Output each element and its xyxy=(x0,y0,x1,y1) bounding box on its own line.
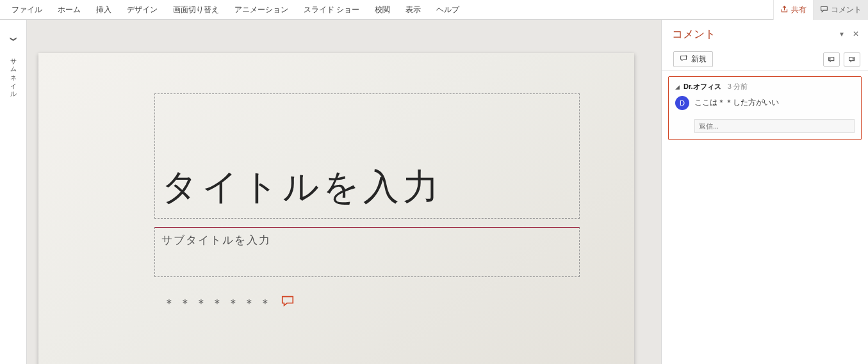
comments-pane: コメント ▾ ✕ 新規 xyxy=(661,20,868,364)
tab-slideshow[interactable]: スライド ショー xyxy=(296,0,367,20)
ribbon-right: 共有 コメント xyxy=(773,0,868,20)
tab-review[interactable]: 校閲 xyxy=(367,0,398,20)
prev-comment-button[interactable] xyxy=(823,52,840,67)
slide-subtitle-placeholder[interactable]: サブタイトルを入力 xyxy=(154,227,580,277)
slide-body-text[interactable]: ＊＊＊＊＊＊＊ xyxy=(163,294,295,312)
work-area: ❯ サムネイル タイトルを入力 サブタイトルを入力 ＊＊＊＊＊＊＊ コメント xyxy=(0,20,868,364)
thumbnail-expand-button[interactable]: ❯ xyxy=(10,36,17,42)
comment-collapse-toggle[interactable]: ◢ xyxy=(675,84,680,90)
comments-pane-header-controls: ▾ ✕ xyxy=(840,29,859,38)
tab-view[interactable]: 表示 xyxy=(398,0,429,20)
comment-toggle-button[interactable]: コメント xyxy=(813,0,868,20)
slide-body-stars: ＊＊＊＊＊＊＊ xyxy=(163,296,275,311)
share-button[interactable]: 共有 xyxy=(773,0,813,20)
ribbon-menubar: ファイル ホーム 挿入 デザイン 画面切り替え アニメーション スライド ショー… xyxy=(0,0,868,20)
share-icon xyxy=(780,5,789,15)
new-comment-label: 新規 xyxy=(691,54,707,65)
comments-list: ◢ Dr.オフィス 3 分前 D ここは＊＊した方がいい xyxy=(662,71,868,145)
comment-toggle-label: コメント xyxy=(831,4,862,15)
comment-body: D ここは＊＊した方がいい xyxy=(675,96,855,110)
ribbon-tabs: ファイル ホーム 挿入 デザイン 画面切り替え アニメーション スライド ショー… xyxy=(4,0,467,20)
comments-pane-close-button[interactable]: ✕ xyxy=(853,29,859,38)
slide-title-placeholder[interactable]: タイトルを入力 xyxy=(154,93,580,219)
thumbnail-rail: ❯ サムネイル xyxy=(0,20,27,364)
comments-pane-title: コメント xyxy=(672,27,716,42)
next-comment-button[interactable] xyxy=(844,52,860,67)
thumbnail-rail-label: サムネイル xyxy=(9,54,18,95)
comment-nav-buttons xyxy=(823,52,860,67)
comment-time: 3 分前 xyxy=(728,82,748,91)
slide-canvas-area[interactable]: タイトルを入力 サブタイトルを入力 ＊＊＊＊＊＊＊ xyxy=(27,20,661,364)
new-comment-icon xyxy=(680,54,688,65)
comment-text: ここは＊＊した方がいい xyxy=(694,96,779,108)
tab-help[interactable]: ヘルプ xyxy=(429,0,467,20)
comment-thread-header: ◢ Dr.オフィス 3 分前 xyxy=(675,82,855,91)
comments-toolbar: 新規 xyxy=(662,48,868,71)
comment-reply-input[interactable] xyxy=(694,119,855,133)
tab-insert[interactable]: 挿入 xyxy=(88,0,119,20)
comment-thread[interactable]: ◢ Dr.オフィス 3 分前 D ここは＊＊した方がいい xyxy=(668,76,862,140)
tab-animations[interactable]: アニメーション xyxy=(227,0,296,20)
tab-transitions[interactable]: 画面切り替え xyxy=(165,0,227,20)
share-label: 共有 xyxy=(791,4,807,15)
tab-home[interactable]: ホーム xyxy=(50,0,88,20)
slide[interactable]: タイトルを入力 サブタイトルを入力 ＊＊＊＊＊＊＊ xyxy=(38,53,634,364)
comment-author: Dr.オフィス xyxy=(684,82,721,91)
tab-design[interactable]: デザイン xyxy=(119,0,165,20)
tab-file[interactable]: ファイル xyxy=(4,0,50,20)
comment-avatar: D xyxy=(675,96,689,110)
new-comment-button[interactable]: 新規 xyxy=(673,51,713,67)
comment-reply-row xyxy=(694,119,855,133)
comments-pane-header: コメント ▾ ✕ xyxy=(662,20,868,48)
comments-pane-options-button[interactable]: ▾ xyxy=(840,29,844,38)
slide-title-text: タイトルを入力 xyxy=(161,163,443,212)
comment-marker-icon[interactable] xyxy=(281,294,295,312)
comment-icon xyxy=(820,5,828,15)
slide-subtitle-text: サブタイトルを入力 xyxy=(161,233,573,248)
